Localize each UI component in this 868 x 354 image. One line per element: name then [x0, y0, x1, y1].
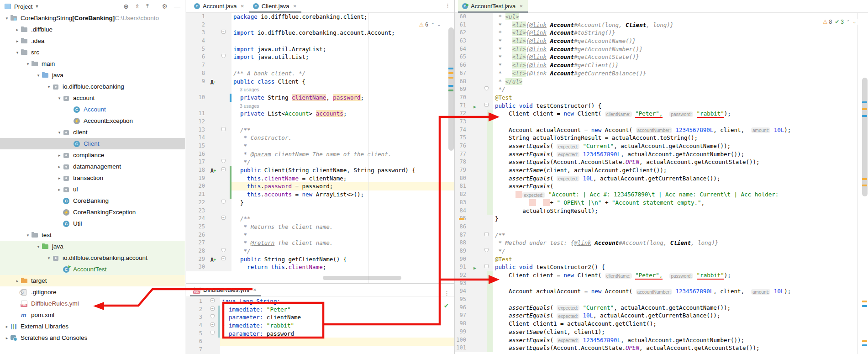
tree-item-account[interactable]: ▾account	[0, 92, 185, 104]
tree-item-scratches-and-consoles[interactable]: ▸Scratches and Consoles	[0, 332, 185, 343]
code-line-6[interactable]: 6import java.util.List;	[186, 53, 454, 61]
code-line-2[interactable]: 2	[186, 21, 454, 29]
code-line-1[interactable]: 1−java.lang.String:	[186, 297, 454, 306]
no-problems-check-icon[interactable]: ✔	[444, 302, 449, 309]
tab-accounttest-java[interactable]: C▶AccountTest.java✕	[458, 0, 528, 12]
chevron-down-icon[interactable]: ⌄	[437, 22, 441, 27]
code-line-12[interactable]: 12	[186, 118, 454, 126]
code-line-73[interactable]: 73	[455, 118, 868, 126]
fold-marker-icon[interactable]	[221, 159, 226, 163]
stripe-mark[interactable]	[448, 85, 453, 87]
stripe-mark[interactable]	[862, 101, 867, 103]
code-line-3[interactable]: 3 parameter: clientName	[186, 313, 454, 322]
code-line-99[interactable]: 99 assertSame(client, client1);	[455, 328, 868, 336]
code-line-9[interactable]: 9Дpublic class Client {	[186, 78, 454, 86]
chevron-expanded-icon[interactable]: ▾	[35, 73, 42, 78]
close-icon[interactable]: ✕	[240, 4, 244, 9]
code-line-70[interactable]: 70@Test	[455, 94, 868, 102]
code-line-23[interactable]: 23	[186, 207, 454, 215]
tree-item-datamanagement[interactable]: ▸datamanagement	[0, 161, 185, 172]
stripe-mark[interactable]	[862, 301, 867, 302]
inlay-hint-row[interactable]: 3 usages	[186, 102, 454, 110]
code-line-94[interactable]: 94 Account actualAccount = new Account( …	[455, 287, 868, 296]
code-line-97[interactable]: 97 assertEquals( expected: 10L, actualAc…	[455, 312, 868, 320]
code-line-68[interactable]: 68 * </ul>	[455, 78, 868, 86]
tree-item-client[interactable]: CClient	[0, 138, 185, 149]
code-line-24[interactable]: 24− /**	[186, 215, 454, 223]
chevron-up-icon[interactable]: ⌃	[847, 20, 850, 24]
locate-icon[interactable]: ⊕	[123, 3, 129, 10]
stripe-mark[interactable]	[448, 68, 453, 69]
code-line-63[interactable]: 63 * <li>{@link Account#getAccountName()…	[455, 37, 868, 45]
tree-item-client[interactable]: ▾client	[0, 127, 185, 138]
code-line-5[interactable]: 5import java.util.ArrayList;	[186, 45, 454, 53]
code-line-79[interactable]: 79 assertSame(client, actualAccount.getC…	[455, 166, 868, 174]
close-icon[interactable]: ✕	[253, 287, 257, 292]
tree-item-io-diffblue-corebanking-account[interactable]: ▾io.diffblue.corebanking.account	[0, 252, 185, 264]
tree-item-account[interactable]: CAccount	[0, 104, 185, 115]
code-line-4[interactable]: 4	[186, 37, 454, 45]
chevron-collapsed-icon[interactable]: ▸	[56, 164, 63, 169]
more-vertical-icon[interactable]: ⋮	[444, 290, 450, 296]
fold-marker-icon[interactable]	[221, 248, 226, 252]
chevron-collapsed-icon[interactable]: ▸	[14, 27, 21, 32]
code-line-74[interactable]: 74 Account actualAccount = new Account( …	[455, 126, 868, 134]
code-line-16[interactable]: 16 * @param clientName The name of the c…	[186, 150, 454, 159]
code-line-101[interactable]: 101 assertEquals(Account.AccountState.OP…	[455, 344, 868, 352]
chevron-expanded-icon[interactable]: ▾	[35, 244, 42, 249]
close-icon[interactable]: ✕	[293, 4, 297, 9]
tree-item-accountexception[interactable]: ⚡AccountException	[0, 115, 185, 127]
code-line-91[interactable]: 91▶−public void testConstructor2() {	[455, 263, 868, 271]
code-line-62[interactable]: 62 * <li>{@link Account#toString()}	[455, 29, 868, 37]
chevron-down-icon[interactable]: ⌄	[852, 20, 856, 24]
code-line-100[interactable]: 100 assertEquals( expected: 1234567890L,…	[455, 336, 868, 344]
tree-item-main[interactable]: ▾main	[0, 58, 185, 69]
project-panel-title[interactable]: Project	[14, 3, 32, 10]
tree-item-corebanking[interactable]: CCoreBanking	[0, 195, 185, 206]
code-line-81[interactable]: 81 assertEquals(	[455, 182, 868, 190]
settings-gear-icon[interactable]: ⚙	[162, 3, 168, 10]
chevron-expanded-icon[interactable]: ▾	[46, 85, 52, 89]
usages-inlay-hint[interactable]: 3 usages	[233, 103, 259, 109]
tree-item-test[interactable]: ▾test	[0, 229, 185, 241]
code-line-96[interactable]: 96 assertEquals( expected: "Current", ac…	[455, 304, 868, 312]
stripe-mark[interactable]	[448, 77, 453, 79]
code-line-92[interactable]: 92 Client client = new Client( clientNam…	[455, 271, 868, 280]
tree-item-corebankingexception[interactable]: ⚡CoreBankingException	[0, 206, 185, 218]
code-line-28[interactable]: 28 */	[186, 247, 454, 255]
code-line-85[interactable]: 85}	[455, 215, 868, 223]
code-line-66[interactable]: 66 * <li>{@link Account#getClient()}	[455, 61, 868, 69]
code-line-60[interactable]: 60 * <ul>	[455, 13, 868, 21]
stripe-mark[interactable]	[862, 178, 867, 180]
fold-marker-icon[interactable]: −	[221, 167, 226, 171]
diffblue-icon[interactable]: Д	[210, 78, 216, 86]
fold-marker-icon[interactable]: −	[221, 30, 226, 34]
chevron-collapsed-icon[interactable]: ▸	[4, 336, 10, 340]
accounttest-java-editor[interactable]: 60 * <ul>61 * <li>{@link Account#Account…	[455, 13, 868, 354]
code-line-67[interactable]: 67 * <li>{@link Account#getCurrentBalanc…	[455, 69, 868, 78]
fold-marker-icon[interactable]	[221, 54, 226, 58]
tree-item-target[interactable]: ▸target	[0, 275, 185, 286]
code-line-76[interactable]: 76 assertEquals( expected: "Current", ac…	[455, 142, 868, 150]
fold-marker-icon[interactable]: −	[221, 256, 226, 260]
tree-item-src[interactable]: ▾src	[0, 47, 185, 58]
code-line-3[interactable]: 3−import io.diffblue.corebanking.account…	[186, 29, 454, 37]
code-line-8[interactable]: 8/** A bank client. */	[186, 69, 454, 78]
fold-marker-icon[interactable]: −	[210, 298, 215, 302]
code-line-80[interactable]: 80 assertEquals( expected: 10L, actualAc…	[455, 174, 868, 183]
code-line-7[interactable]: 7	[186, 61, 454, 69]
tree-item-compliance[interactable]: ▸compliance	[0, 149, 185, 161]
code-line-77[interactable]: 77 assertEquals( expected: 1234567890L, …	[455, 150, 868, 159]
code-line-27[interactable]: 27 * @return The client name.	[186, 239, 454, 247]
code-line-87[interactable]: 87−/**	[455, 231, 868, 239]
code-line-72[interactable]: 72 Client client = new Client( clientNam…	[455, 110, 868, 118]
code-line-61[interactable]: 61 * <li>{@link Account#Account(long, Cl…	[455, 21, 868, 29]
tree-item-external-libraries[interactable]: ▸External Libraries	[0, 321, 185, 332]
fold-marker-icon[interactable]: −	[210, 322, 215, 327]
chevron-expanded-icon[interactable]: ▾	[46, 256, 52, 260]
code-line-14[interactable]: 14 * Constructor.	[186, 134, 454, 142]
code-line-13[interactable]: 13− /**	[186, 126, 454, 134]
fold-marker-icon[interactable]: −	[484, 103, 489, 107]
code-line-93[interactable]: 93	[455, 280, 868, 288]
code-line-20[interactable]: 20 this.password = password;	[186, 182, 454, 190]
